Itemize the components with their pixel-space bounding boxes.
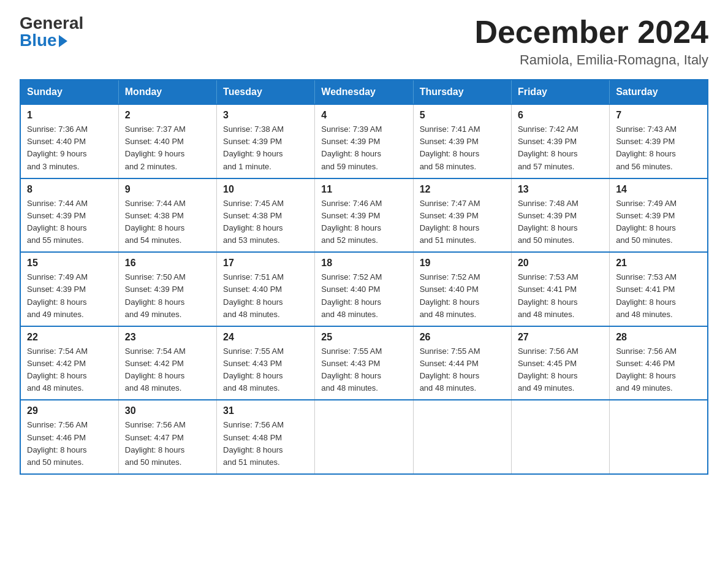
day-number: 8 [27,184,112,195]
day-number: 25 [321,332,406,343]
day-info: Sunrise: 7:55 AMSunset: 4:43 PMDaylight:… [223,345,308,395]
day-info: Sunrise: 7:49 AMSunset: 4:39 PMDaylight:… [616,197,701,247]
calendar-cell: 8 Sunrise: 7:44 AMSunset: 4:39 PMDayligh… [20,178,118,253]
day-info: Sunrise: 7:55 AMSunset: 4:44 PMDaylight:… [420,345,505,395]
header-sunday: Sunday [20,80,118,104]
calendar-cell: 23 Sunrise: 7:54 AMSunset: 4:42 PMDaylig… [118,326,216,400]
day-info: Sunrise: 7:56 AMSunset: 4:46 PMDaylight:… [616,345,701,395]
month-title: December 2024 [474,15,708,50]
calendar-week-row: 1 Sunrise: 7:36 AMSunset: 4:40 PMDayligh… [20,104,708,178]
logo: General Blue [20,15,83,49]
day-number: 21 [616,258,701,269]
day-info: Sunrise: 7:38 AMSunset: 4:39 PMDaylight:… [223,123,308,173]
day-info: Sunrise: 7:45 AMSunset: 4:38 PMDaylight:… [223,197,308,247]
day-number: 5 [420,110,505,121]
calendar-week-row: 29 Sunrise: 7:56 AMSunset: 4:46 PMDaylig… [20,400,708,474]
day-number: 12 [420,184,505,195]
day-number: 16 [125,258,210,269]
calendar-cell [413,400,511,474]
header-friday: Friday [511,80,609,104]
day-info: Sunrise: 7:43 AMSunset: 4:39 PMDaylight:… [616,123,701,173]
logo-general-text: General [20,15,83,32]
day-info: Sunrise: 7:53 AMSunset: 4:41 PMDaylight:… [518,271,603,321]
calendar-cell: 12 Sunrise: 7:47 AMSunset: 4:39 PMDaylig… [413,178,511,253]
calendar-week-row: 22 Sunrise: 7:54 AMSunset: 4:42 PMDaylig… [20,326,708,400]
day-number: 29 [27,405,112,416]
calendar-cell: 31 Sunrise: 7:56 AMSunset: 4:48 PMDaylig… [217,400,315,474]
calendar-table: SundayMondayTuesdayWednesdayThursdayFrid… [20,79,708,475]
logo-blue-text: Blue [20,32,67,49]
calendar-week-row: 15 Sunrise: 7:49 AMSunset: 4:39 PMDaylig… [20,252,708,326]
day-info: Sunrise: 7:44 AMSunset: 4:38 PMDaylight:… [125,197,210,247]
day-number: 6 [518,110,603,121]
calendar-cell [610,400,708,474]
day-info: Sunrise: 7:53 AMSunset: 4:41 PMDaylight:… [616,271,701,321]
calendar-cell: 10 Sunrise: 7:45 AMSunset: 4:38 PMDaylig… [217,178,315,253]
day-number: 13 [518,184,603,195]
calendar-cell: 13 Sunrise: 7:48 AMSunset: 4:39 PMDaylig… [511,178,609,253]
title-area: December 2024 Ramiola, Emilia-Romagna, I… [474,15,708,68]
calendar-cell: 14 Sunrise: 7:49 AMSunset: 4:39 PMDaylig… [610,178,708,253]
day-number: 22 [27,332,112,343]
calendar-cell: 19 Sunrise: 7:52 AMSunset: 4:40 PMDaylig… [413,252,511,326]
day-info: Sunrise: 7:56 AMSunset: 4:47 PMDaylight:… [125,419,210,469]
day-number: 31 [223,405,308,416]
day-number: 24 [223,332,308,343]
day-info: Sunrise: 7:56 AMSunset: 4:48 PMDaylight:… [223,419,308,469]
day-number: 17 [223,258,308,269]
calendar-cell: 30 Sunrise: 7:56 AMSunset: 4:47 PMDaylig… [118,400,216,474]
calendar-cell: 28 Sunrise: 7:56 AMSunset: 4:46 PMDaylig… [610,326,708,400]
location-subtitle: Ramiola, Emilia-Romagna, Italy [474,52,708,68]
calendar-cell: 25 Sunrise: 7:55 AMSunset: 4:43 PMDaylig… [315,326,413,400]
day-info: Sunrise: 7:50 AMSunset: 4:39 PMDaylight:… [125,271,210,321]
day-number: 2 [125,110,210,121]
day-info: Sunrise: 7:44 AMSunset: 4:39 PMDaylight:… [27,197,112,247]
day-number: 11 [321,184,406,195]
day-info: Sunrise: 7:54 AMSunset: 4:42 PMDaylight:… [27,345,112,395]
calendar-cell: 5 Sunrise: 7:41 AMSunset: 4:39 PMDayligh… [413,104,511,178]
page-header: General Blue December 2024 Ramiola, Emil… [20,15,708,68]
calendar-cell: 29 Sunrise: 7:56 AMSunset: 4:46 PMDaylig… [20,400,118,474]
calendar-cell: 11 Sunrise: 7:46 AMSunset: 4:39 PMDaylig… [315,178,413,253]
day-number: 4 [321,110,406,121]
day-info: Sunrise: 7:48 AMSunset: 4:39 PMDaylight:… [518,197,603,247]
day-info: Sunrise: 7:39 AMSunset: 4:39 PMDaylight:… [321,123,406,173]
calendar-cell: 21 Sunrise: 7:53 AMSunset: 4:41 PMDaylig… [610,252,708,326]
calendar-cell: 20 Sunrise: 7:53 AMSunset: 4:41 PMDaylig… [511,252,609,326]
header-thursday: Thursday [413,80,511,104]
day-number: 19 [420,258,505,269]
day-number: 23 [125,332,210,343]
day-info: Sunrise: 7:56 AMSunset: 4:45 PMDaylight:… [518,345,603,395]
calendar-cell: 22 Sunrise: 7:54 AMSunset: 4:42 PMDaylig… [20,326,118,400]
day-number: 26 [420,332,505,343]
day-info: Sunrise: 7:55 AMSunset: 4:43 PMDaylight:… [321,345,406,395]
day-info: Sunrise: 7:52 AMSunset: 4:40 PMDaylight:… [321,271,406,321]
day-number: 15 [27,258,112,269]
day-info: Sunrise: 7:54 AMSunset: 4:42 PMDaylight:… [125,345,210,395]
day-number: 30 [125,405,210,416]
calendar-cell [511,400,609,474]
day-info: Sunrise: 7:56 AMSunset: 4:46 PMDaylight:… [27,419,112,469]
calendar-cell: 18 Sunrise: 7:52 AMSunset: 4:40 PMDaylig… [315,252,413,326]
day-info: Sunrise: 7:52 AMSunset: 4:40 PMDaylight:… [420,271,505,321]
calendar-cell: 1 Sunrise: 7:36 AMSunset: 4:40 PMDayligh… [20,104,118,178]
logo-triangle-icon [59,35,67,47]
calendar-cell: 16 Sunrise: 7:50 AMSunset: 4:39 PMDaylig… [118,252,216,326]
calendar-cell [315,400,413,474]
calendar-header-row: SundayMondayTuesdayWednesdayThursdayFrid… [20,80,708,104]
header-tuesday: Tuesday [217,80,315,104]
day-info: Sunrise: 7:51 AMSunset: 4:40 PMDaylight:… [223,271,308,321]
day-number: 28 [616,332,701,343]
calendar-cell: 2 Sunrise: 7:37 AMSunset: 4:40 PMDayligh… [118,104,216,178]
calendar-cell: 7 Sunrise: 7:43 AMSunset: 4:39 PMDayligh… [610,104,708,178]
calendar-cell: 17 Sunrise: 7:51 AMSunset: 4:40 PMDaylig… [217,252,315,326]
day-number: 18 [321,258,406,269]
day-number: 27 [518,332,603,343]
day-number: 10 [223,184,308,195]
day-number: 14 [616,184,701,195]
day-info: Sunrise: 7:49 AMSunset: 4:39 PMDaylight:… [27,271,112,321]
calendar-week-row: 8 Sunrise: 7:44 AMSunset: 4:39 PMDayligh… [20,178,708,253]
day-number: 7 [616,110,701,121]
day-number: 20 [518,258,603,269]
day-info: Sunrise: 7:47 AMSunset: 4:39 PMDaylight:… [420,197,505,247]
